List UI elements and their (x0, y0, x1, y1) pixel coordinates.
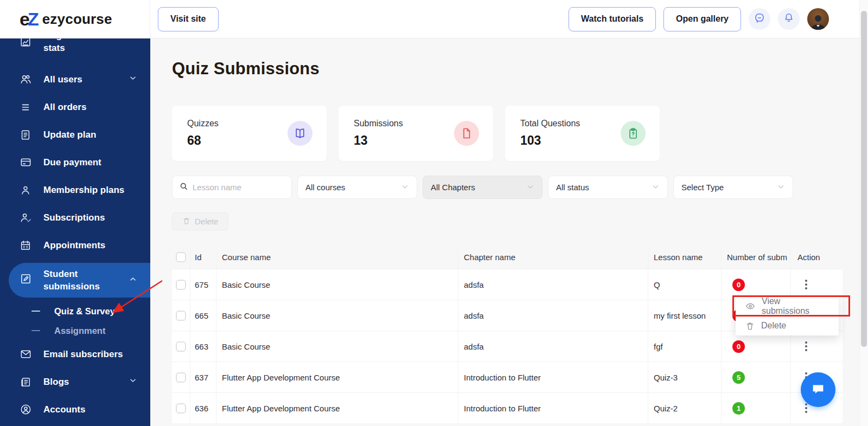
submissions-count-badge: 1 (732, 402, 745, 415)
chat-widget-button[interactable] (801, 372, 835, 407)
select-value: Select Type (681, 183, 724, 192)
trash-icon (745, 321, 755, 331)
brand-logo: eZ ezycourse (0, 0, 150, 38)
book-icon (288, 121, 312, 146)
row-actions-menu-button[interactable] (803, 339, 809, 353)
submissions-count-badge: 5 (732, 371, 745, 384)
chevron-down-icon (652, 183, 660, 192)
cell-chapter: adsfa (458, 269, 648, 300)
sidebar-item-student-submissions[interactable]: Student submissions (9, 263, 150, 298)
col-header-action: Action (791, 245, 843, 269)
search-input[interactable] (193, 183, 279, 192)
row-actions-menu-button[interactable] (803, 277, 809, 292)
table-header-row: Id Course name Chapter name Lesson name … (172, 245, 843, 269)
select-value: All Chapters (431, 183, 475, 192)
context-menu-item-label: Delete (761, 321, 786, 331)
account-icon (20, 403, 33, 416)
cell-course: Basic Course (216, 331, 458, 362)
cell-course: Flutter App Development Course (216, 393, 458, 423)
sidebar-item-appointments[interactable]: Appointments (0, 231, 150, 259)
scrollbar-thumb[interactable] (861, 11, 867, 347)
sidebar-subitem-assignment[interactable]: Assignment (0, 321, 150, 340)
person-icon (20, 184, 33, 196)
logo-mark: eZ (20, 9, 37, 30)
cell-lesson: Q (648, 269, 722, 300)
cell-lesson: Quiz-3 (648, 362, 722, 392)
page-scrollbar (859, 0, 868, 426)
sidebar-item-label: Email subscribers (43, 349, 123, 360)
context-menu-delete[interactable]: Delete (736, 316, 839, 335)
filter-bar: All courses All Chapters All status Sele… (172, 176, 793, 199)
lesson-search-box (172, 176, 292, 199)
card-icon (20, 156, 33, 169)
row-context-menu: View submissions Delete (736, 296, 839, 335)
sidebar-item-due-payment[interactable]: Due payment (0, 149, 150, 176)
cell-id: 665 (190, 300, 216, 331)
users-icon (20, 73, 33, 86)
file-icon (454, 121, 479, 146)
trash-icon (182, 217, 190, 227)
row-checkbox[interactable] (176, 373, 186, 382)
cell-chapter: adsfa (458, 331, 648, 362)
row-checkbox[interactable] (176, 280, 186, 289)
select-type-select[interactable]: Select Type (673, 176, 793, 199)
document-icon (20, 129, 33, 141)
row-checkbox[interactable] (176, 404, 186, 413)
sidebar-item-blogs[interactable]: Blogs (0, 368, 150, 396)
all-status-select[interactable]: All status (548, 176, 668, 199)
all-courses-select[interactable]: All courses (297, 176, 417, 199)
context-menu-view-submissions[interactable]: View submissions (736, 296, 839, 316)
visit-site-button[interactable]: Visit site (158, 7, 219, 31)
sidebar-item-membership-plans[interactable]: Membership plans (0, 176, 150, 204)
logo-e: e (20, 9, 28, 29)
row-checkbox[interactable] (176, 342, 186, 351)
watch-tutorials-button[interactable]: Watch tutorials (569, 7, 656, 31)
stat-card-submissions: Submissions 13 (339, 106, 493, 161)
sidebar-item-all-orders[interactable]: All orders (0, 93, 150, 121)
stat-cards: Quizzes 68 Submissions 13 Total Question… (172, 106, 660, 161)
select-all-checkbox[interactable] (176, 253, 186, 262)
user-avatar[interactable] (807, 8, 829, 30)
notifications-button[interactable] (778, 8, 800, 30)
sidebar-item-update-plan[interactable]: Update plan (0, 121, 150, 149)
search-icon (179, 182, 188, 193)
sidebar-item-email-subscribers[interactable]: Email subscribers (0, 340, 150, 368)
top-header: eZ ezycourse Visit site Watch tutorials … (0, 0, 868, 38)
sidebar-nav: Magic checkout stats All users All order… (0, 38, 150, 426)
chat-bubble-icon (810, 380, 826, 399)
submissions-count-badge: 0 (732, 340, 745, 353)
sidebar-item-accounts[interactable]: Accounts (0, 396, 150, 423)
page-title: Quiz Submissions (172, 59, 320, 79)
orders-icon (20, 101, 33, 113)
table-row: 636 Flutter App Development Course Intro… (172, 392, 843, 423)
cell-lesson: my first lesson (648, 300, 722, 331)
open-gallery-button[interactable]: Open gallery (663, 7, 741, 31)
cell-course: Flutter App Development Course (216, 362, 458, 392)
main-content: Quiz Submissions Quizzes 68 Submissions … (150, 38, 868, 426)
col-header-lesson-name: Lesson name (648, 245, 722, 269)
select-value: All status (556, 183, 589, 192)
help-button[interactable] (749, 8, 770, 30)
sidebar-item-subscriptions[interactable]: Subscriptions (0, 204, 150, 231)
chevron-down-icon (401, 183, 409, 192)
sidebar-item-label: Student submissions (43, 268, 100, 293)
chevron-down-icon (526, 183, 534, 192)
cell-course: Basic Course (216, 269, 458, 300)
sidebar-item-label: Magic checkout stats (43, 38, 113, 54)
logo-z: Z (28, 9, 37, 29)
clipboard-icon (621, 121, 646, 146)
chevron-down-icon (129, 74, 137, 85)
cell-course: Basic Course (216, 300, 458, 331)
person-check-icon (20, 211, 33, 224)
all-chapters-select[interactable]: All Chapters (423, 176, 542, 199)
cell-id: 637 (190, 362, 216, 392)
sidebar-subitem-quiz-survey[interactable]: Quiz & Survey (0, 301, 150, 321)
dash-icon (31, 330, 40, 332)
sidebar-item-magic-checkout-stats[interactable]: Magic checkout stats (0, 38, 150, 59)
chevron-down-icon (129, 376, 137, 388)
chevron-down-icon (777, 183, 785, 192)
bulk-delete-button[interactable]: Delete (172, 212, 228, 230)
table-row: 675 Basic Course adsfa Q 0 (172, 269, 843, 300)
row-checkbox[interactable] (176, 311, 186, 320)
sidebar-item-all-users[interactable]: All users (0, 66, 150, 93)
